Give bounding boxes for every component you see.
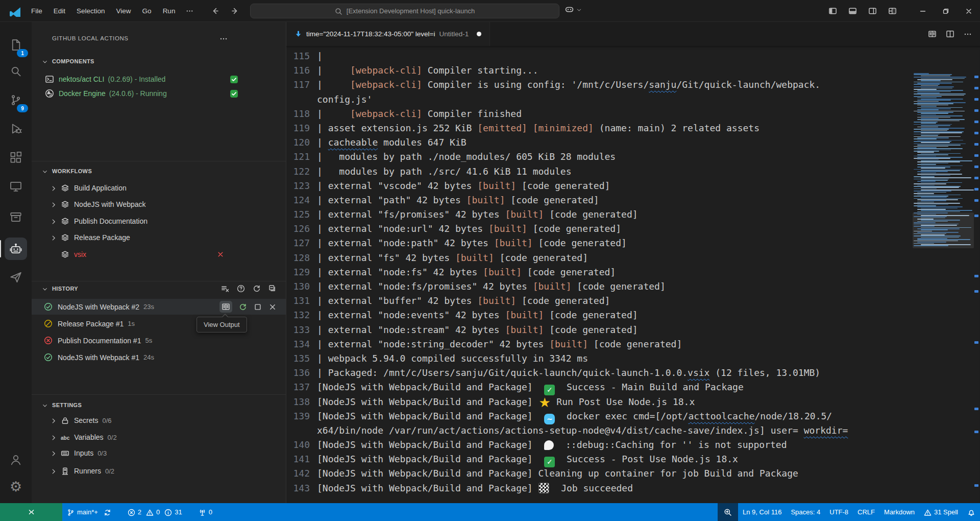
history-item[interactable]: Publish Documentation #15s — [32, 333, 286, 348]
workflow-item[interactable]: vsix — [32, 248, 286, 261]
section-header-components[interactable]: COMPONENTS — [32, 56, 286, 67]
language-mode-status[interactable]: Markdown — [879, 503, 919, 521]
line-number: 141 — [286, 452, 310, 466]
split-editor-icon[interactable] — [946, 29, 954, 38]
nav-forward-icon[interactable] — [231, 6, 239, 15]
more-actions-icon[interactable] — [964, 29, 972, 38]
workflow-item[interactable]: Publish Documentation — [32, 215, 286, 228]
notifications-bell-icon[interactable] — [963, 503, 980, 521]
chevron-down-icon — [42, 402, 48, 409]
eol-status[interactable]: CRLF — [853, 503, 879, 521]
activity-item-publish[interactable] — [5, 266, 27, 289]
ruler-mark — [974, 109, 978, 112]
activity-item-remote-explorer[interactable] — [5, 175, 27, 198]
activity-item-containers[interactable] — [5, 206, 27, 228]
chevron-down-icon — [42, 59, 48, 65]
toggle-secondary-sidebar-icon[interactable] — [868, 6, 877, 15]
stop-button[interactable] — [254, 302, 262, 311]
command-center-search[interactable]: [Extension Development Host] quick-launc… — [250, 4, 559, 18]
problems-status[interactable]: 2 0 31 — [123, 503, 187, 521]
component-item[interactable]: nektos/act CLI(0.2.69) - Installed — [32, 73, 286, 86]
success-emoji: ✓ — [544, 457, 555, 467]
workflow-item[interactable]: NodeJS with Webpack — [32, 198, 286, 211]
ruler-mark — [974, 484, 978, 487]
history-label: Publish Documentation #1 — [58, 337, 141, 345]
workflow-item[interactable]: Release Package — [32, 231, 286, 244]
collapse-all-icon[interactable] — [268, 285, 277, 293]
ports-status[interactable]: 0 — [194, 503, 217, 521]
ruler-mark — [974, 341, 978, 344]
editor-content[interactable]: 115|116| [webpack-cli] Compiler starting… — [286, 46, 980, 503]
restart-icon — [239, 303, 247, 311]
settings-label: Secrets — [74, 416, 98, 424]
sidebar-more-actions-icon[interactable] — [219, 34, 228, 43]
refresh-icon[interactable] — [253, 285, 261, 293]
history-duration: 23s — [143, 303, 154, 311]
toggle-panel-icon[interactable] — [848, 6, 857, 15]
error-x-icon[interactable] — [216, 250, 225, 258]
window-close-button[interactable] — [957, 0, 980, 21]
section-header-settings[interactable]: SETTINGS — [32, 399, 286, 411]
branch-status[interactable]: main*+ — [62, 503, 116, 521]
stop-icon — [254, 303, 262, 311]
clear-history-icon[interactable] — [221, 285, 229, 293]
activity-item-github-local-actions[interactable] — [5, 238, 27, 260]
layers-icon — [61, 250, 69, 259]
section-header-history[interactable]: HISTORY — [32, 283, 286, 294]
magnifier-plus-icon — [724, 508, 732, 516]
activity-item-manage[interactable]: ⚙ — [5, 475, 27, 498]
code-line: 131| external "buffer" 42 bytes [built] … — [286, 294, 980, 308]
menu-edit[interactable]: Edit — [48, 5, 71, 17]
window-restore-button[interactable] — [934, 0, 957, 21]
view-output-button[interactable] — [219, 301, 232, 313]
settings-item-variables[interactable]: abcVariables0/2 — [32, 431, 286, 444]
restart-button[interactable] — [239, 302, 247, 311]
tab-modified-dot[interactable] — [477, 32, 481, 36]
activity-item-extensions[interactable] — [5, 146, 27, 169]
activity-item-search[interactable] — [5, 60, 27, 83]
customize-layout-icon[interactable] — [888, 6, 897, 15]
menu-run[interactable]: Run — [157, 5, 181, 17]
indentation-status[interactable]: Spaces: 4 — [786, 503, 825, 521]
toggle-primary-sidebar-icon[interactable] — [828, 6, 837, 15]
workflow-label: Publish Documentation — [74, 217, 148, 225]
zoom-indicator[interactable] — [718, 503, 738, 521]
encoding-status[interactable]: UTF-8 — [825, 503, 853, 521]
history-item[interactable]: NodeJS with Webpack #223s — [32, 299, 286, 315]
checkered-flag-emoji — [538, 483, 549, 493]
line-number: 142 — [286, 466, 310, 481]
settings-item-runners[interactable]: Runners0/2 — [32, 464, 286, 478]
component-item[interactable]: Docker Engine(24.0.6) - Running — [32, 87, 286, 100]
remote-indicator[interactable] — [0, 503, 62, 521]
menu-go[interactable]: Go — [137, 5, 157, 17]
code-line: 115| — [286, 49, 980, 63]
help-icon[interactable] — [237, 285, 245, 293]
menu-selection[interactable]: Selection — [71, 5, 111, 17]
menu-file[interactable]: File — [26, 5, 48, 17]
menu-view[interactable]: View — [111, 5, 137, 17]
history-item[interactable]: Release Package #11s — [32, 316, 286, 331]
gear-icon: ⚙ — [10, 480, 22, 493]
settings-item-secrets[interactable]: Secrets0/6 — [32, 414, 286, 427]
overview-ruler[interactable] — [973, 70, 980, 503]
activity-item-run-and-debug[interactable] — [5, 117, 27, 140]
spell-checker-status[interactable]: 31 Spell — [919, 503, 963, 521]
minimap[interactable] — [914, 73, 973, 247]
settings-count: 0/2 — [105, 467, 114, 475]
minimap-slider[interactable] — [913, 212, 974, 248]
section-header-workflows[interactable]: WORKFLOWS — [32, 165, 286, 177]
nav-back-icon[interactable] — [211, 6, 219, 15]
history-item[interactable]: NodeJS with Webpack #124s — [32, 349, 286, 365]
workflow-item[interactable]: Build Application — [32, 181, 286, 195]
dismiss-button[interactable] — [268, 302, 277, 311]
cursor-position-status[interactable]: Ln 9, Col 116 — [738, 503, 786, 521]
window-minimize-button[interactable] — [911, 0, 934, 21]
activity-item-source-control[interactable]: 9 — [5, 89, 27, 111]
copilot-menu-button[interactable] — [565, 5, 582, 14]
menu-overflow-button[interactable] — [181, 4, 199, 18]
open-output-icon[interactable] — [928, 29, 937, 38]
activity-item-explorer[interactable]: 1 — [5, 34, 27, 56]
settings-item-inputs[interactable]: Inputs0/3 — [32, 446, 286, 460]
tab-untitled-1[interactable]: time="2024-11-17T18:32:43-05:00" level=i… — [286, 21, 490, 46]
activity-item-accounts[interactable] — [5, 448, 27, 471]
